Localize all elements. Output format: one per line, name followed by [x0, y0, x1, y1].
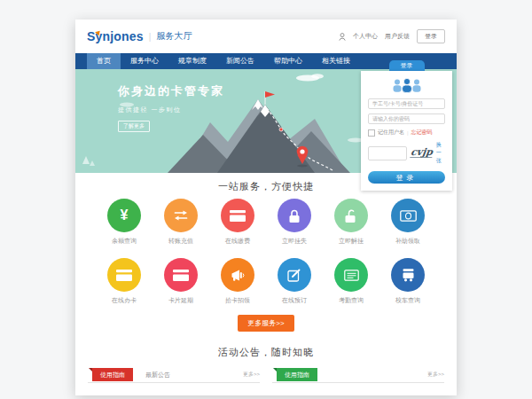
service-label: 立即挂失	[266, 237, 323, 246]
trail-pin-icon	[279, 128, 283, 131]
service-item-transfer[interactable]: 转账充值	[153, 199, 209, 246]
list-icon	[344, 270, 359, 281]
service-item-card-renew[interactable]: 卡片延期	[153, 258, 209, 305]
forgot-password-link[interactable]: 忘记密码	[411, 129, 433, 137]
login-tab[interactable]: 登录	[389, 60, 425, 71]
unlock-icon	[344, 208, 358, 223]
service-circle	[391, 258, 425, 292]
card-icon	[173, 270, 189, 281]
cloud-icon	[311, 74, 324, 79]
brand[interactable]: Synjones | 服务大厅	[87, 29, 192, 43]
service-circle: ¥	[107, 199, 141, 232]
service-circle	[391, 199, 425, 232]
more-services-button[interactable]: 更多服务>>	[238, 315, 293, 332]
services-grid: ¥ 余额查询 转账充值	[75, 199, 457, 305]
service-item-report-loss[interactable]: 立即挂失	[266, 199, 323, 246]
announce-panel-left: 使用指南 最新公告 更多>>	[88, 367, 260, 395]
header-right: 个人中心 用户反馈 登录	[339, 29, 445, 43]
service-item-lost-found[interactable]: 拾卡招领	[209, 258, 266, 305]
panel-bar: 使用指南 更多>>	[272, 367, 444, 383]
yuan-icon: ¥	[121, 208, 129, 223]
brand-divider: |	[149, 32, 152, 42]
service-label: 在线预订	[266, 296, 323, 305]
pin-shadow	[297, 165, 308, 168]
personal-center-link[interactable]: 个人中心	[353, 32, 378, 41]
tree-icon	[90, 160, 95, 166]
nav-item-rules[interactable]: 规章制度	[168, 53, 216, 69]
nav-item-links[interactable]: 相关链接	[312, 53, 360, 69]
header-login-button[interactable]: 登录	[417, 29, 445, 43]
service-item-school-bus[interactable]: 校车查询	[379, 258, 436, 305]
service-item-booking[interactable]: 在线预订	[266, 258, 323, 305]
banknote-icon	[400, 210, 417, 222]
service-circle	[278, 199, 311, 232]
service-circle	[221, 258, 254, 292]
announcement-panels: 使用指南 最新公告 更多>> 使用指南 更多>>	[75, 367, 457, 395]
service-item-apply-card[interactable]: 在线办卡	[96, 258, 153, 305]
login-card: 登录 记住用户名 | 忘记密码	[361, 60, 452, 191]
login-submit-button[interactable]: 登录	[368, 171, 445, 184]
username-input[interactable]	[368, 98, 445, 109]
user-icon	[339, 33, 346, 41]
remember-checkbox[interactable]	[368, 129, 375, 137]
service-circle	[164, 199, 198, 232]
password-input[interactable]	[368, 113, 445, 124]
service-item-attendance[interactable]: 考勤查询	[323, 258, 379, 305]
service-item-subsidy[interactable]: 补助领取	[379, 199, 436, 246]
ribbon-tab-guide[interactable]: 使用指南	[92, 368, 133, 381]
announce-panel-right: 使用指南 更多>>	[272, 367, 444, 395]
more-services-wrap: 更多服务>>	[75, 313, 457, 332]
nav-item-help[interactable]: 帮助中心	[264, 53, 312, 69]
announcements-section: 活动公告，随时知晓 使用指南 最新公告 更多>> 使用指南 更多>>	[75, 346, 457, 395]
ribbon-tab-guide[interactable]: 使用指南	[277, 368, 317, 381]
card-icon	[116, 270, 132, 281]
panel-tab-latest-news[interactable]: 最新公告	[145, 371, 170, 379]
card-icon	[230, 210, 246, 222]
hero-banner: 你身边的卡管专家 提供捷径 一步到位 了解更多 登录	[75, 69, 457, 173]
service-item-unlock[interactable]: 立即解挂	[323, 199, 379, 246]
nav-item-news[interactable]: 新闻公告	[216, 53, 264, 69]
feedback-link[interactable]: 用户反馈	[385, 32, 410, 41]
service-label: 在线缴费	[209, 237, 266, 246]
service-label: 补助领取	[379, 237, 436, 246]
service-label: 立即解挂	[323, 237, 379, 246]
nav-item-home[interactable]: 首页	[87, 53, 121, 69]
remember-row: 记住用户名 | 忘记密码	[368, 129, 445, 137]
service-label: 拾卡招领	[209, 296, 266, 305]
hero-title: 你身边的卡管专家	[118, 83, 224, 99]
more-link[interactable]: 更多>>	[243, 371, 260, 379]
captcha-refresh-link[interactable]: 换一张	[436, 141, 445, 165]
service-item-balance[interactable]: ¥ 余额查询	[96, 199, 153, 246]
service-label: 在线办卡	[96, 296, 153, 305]
hero-text: 你身边的卡管专家 提供捷径 一步到位 了解更多	[118, 83, 224, 132]
more-link[interactable]: 更多>>	[427, 371, 444, 379]
page-sheet: Synjones | 服务大厅 个人中心 用户反馈 登录 首页 服务中心 规章制…	[75, 20, 457, 395]
remember-label: 记住用户名	[378, 129, 404, 137]
brand-logo: Synjones	[87, 29, 144, 43]
lock-icon	[288, 208, 301, 223]
hero-subtitle: 提供捷径 一步到位	[118, 106, 224, 114]
service-circle	[164, 258, 198, 292]
service-label: 校车查询	[379, 296, 436, 305]
hero-more-button[interactable]: 了解更多	[118, 121, 150, 132]
nav-item-service-center[interactable]: 服务中心	[121, 53, 168, 69]
announcements-title: 活动公告，随时知晓	[75, 346, 457, 359]
captcha-input[interactable]	[368, 146, 407, 160]
service-label: 余额查询	[96, 237, 153, 246]
megaphone-icon	[231, 269, 246, 282]
users-icon	[391, 78, 423, 93]
site-header: Synjones | 服务大厅 个人中心 用户反馈 登录	[75, 20, 457, 53]
panel-body	[88, 383, 260, 395]
bus-icon	[402, 268, 415, 282]
tree-icon	[82, 156, 90, 164]
service-item-pay[interactable]: 在线缴费	[209, 199, 266, 246]
panel-bar: 使用指南 最新公告 更多>>	[88, 367, 260, 383]
service-circle	[107, 258, 141, 292]
service-label: 卡片延期	[153, 296, 209, 305]
service-circle	[334, 199, 368, 232]
remember-divider: |	[407, 130, 409, 136]
login-card-body: 记住用户名 | 忘记密码 cvjp 换一张 登录	[361, 71, 452, 191]
panel-body	[272, 383, 444, 395]
compose-icon	[287, 268, 301, 282]
service-label: 转账充值	[153, 237, 209, 246]
